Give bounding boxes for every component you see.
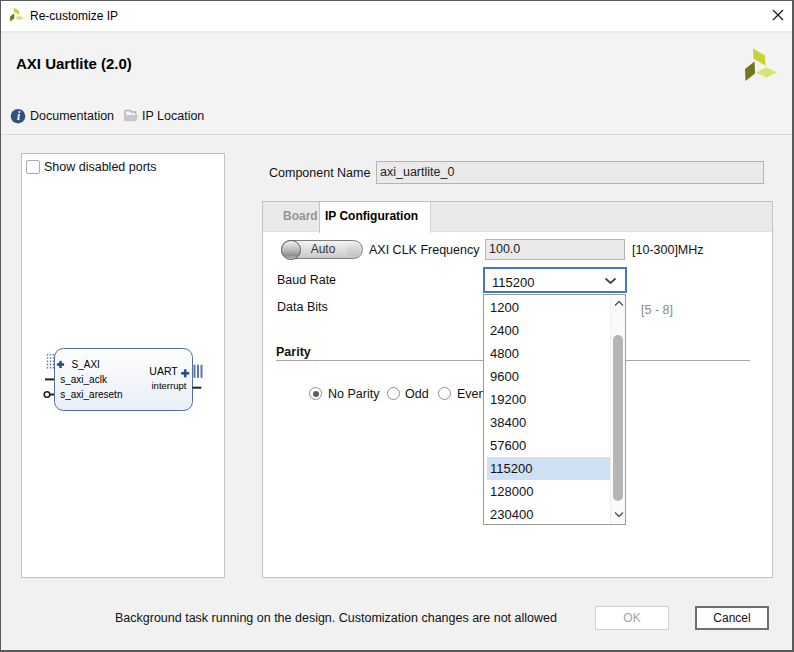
- svg-text:S_AXI: S_AXI: [72, 359, 100, 370]
- svg-text:s_axi_aclk: s_axi_aclk: [60, 374, 108, 385]
- svg-text:interrupt: interrupt: [152, 380, 187, 391]
- svg-text:UART: UART: [149, 365, 178, 377]
- svg-text:s_axi_aresetn: s_axi_aresetn: [60, 389, 122, 400]
